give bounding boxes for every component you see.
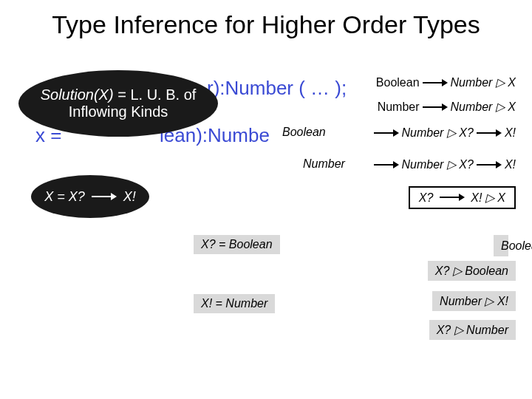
flow-5-left: X? <box>419 191 434 204</box>
flow-line-2: Number Number ▷ X <box>378 100 516 114</box>
flow-4-mid: Number <box>303 157 345 171</box>
bg-code-frag-1: r):Number ( … ); <box>207 77 347 100</box>
flow-1-src: Boolean <box>376 76 420 89</box>
box-row-1: X? = Boolean Boolean ▷ X? <box>0 235 280 254</box>
rule-framed: X? X! ▷ X <box>409 186 516 209</box>
box-3-label-text: X! = Number <box>201 297 267 310</box>
callout-xeq-content: X = X? X! <box>44 189 136 205</box>
svg-marker-3 <box>442 79 448 86</box>
box-1-rule: Boolean ▷ X? <box>494 235 508 256</box>
box-row-4: X? ▷ Number <box>429 323 516 337</box>
flow-line-3: Number ▷ X? X! <box>371 126 516 140</box>
flow-3-mid-text: Boolean <box>282 126 326 139</box>
box-row-3: X! = Number <box>0 294 275 313</box>
flow-2-src: Number <box>378 100 420 114</box>
box-row-3r: Number ▷ X! <box>432 294 516 308</box>
callout-xeq: X = X? X! <box>31 175 149 218</box>
box-2-rule: X? ▷ Boolean <box>428 261 516 281</box>
arrow-icon <box>92 192 117 201</box>
arrow-icon <box>374 160 399 169</box>
flow-3-right: X! <box>505 126 516 140</box>
slide-title: Type Inference for Higher Order Types <box>0 10 532 39</box>
callout-solution-line1: Solution(X) = L. U. B. of <box>41 86 197 103</box>
box-1-label-text: X? = Boolean <box>201 238 273 250</box>
arrow-icon <box>477 160 502 169</box>
svg-marker-13 <box>496 161 502 168</box>
svg-marker-9 <box>496 129 502 137</box>
flow-4-right: X! <box>505 158 516 171</box>
flow-4-mid-text: Number <box>303 157 345 171</box>
flow-line-4: Number ▷ X? X! <box>371 157 516 171</box>
box-4-rule: X? ▷ Number <box>429 320 516 340</box>
svg-marker-5 <box>442 103 448 111</box>
callout-solution: Solution(X) = L. U. B. of Inflowing Kind… <box>18 70 218 137</box>
box-3-label: X! = Number <box>194 294 275 313</box>
box-3-rule: Number ▷ X! <box>432 291 516 311</box>
flow-3-left: Number ▷ X? <box>402 126 474 140</box>
svg-marker-1 <box>111 193 117 200</box>
arrow-icon <box>423 78 448 87</box>
arrow-icon <box>423 103 448 112</box>
arrow-icon <box>477 129 502 137</box>
svg-marker-11 <box>393 161 399 168</box>
flow-3-mid: Boolean <box>282 126 326 139</box>
flow-line-1: Boolean Number ▷ X <box>376 75 516 89</box>
svg-marker-15 <box>459 194 465 201</box>
callout-xeq-lhs: X = X? <box>44 189 85 204</box>
arrow-icon <box>440 193 465 202</box>
flow-2-dst: Number ▷ X <box>451 100 516 114</box>
callout-xeq-rhs: X! <box>123 189 136 204</box>
callout-solution-rhs: = L. U. B. of <box>114 86 197 103</box>
box-1-label: X? = Boolean <box>194 235 280 254</box>
flow-line-5: X? X! ▷ X <box>409 186 516 209</box>
arrow-icon <box>374 129 399 137</box>
svg-marker-7 <box>393 129 399 137</box>
flow-1-dst: Number ▷ X <box>451 75 516 89</box>
flow-4-left: Number ▷ X? <box>402 157 474 171</box>
slide: Type Inference for Higher Order Types r)… <box>0 0 532 399</box>
box-row-2: X? ▷ Boolean <box>428 264 516 278</box>
flow-5-right: X! ▷ X <box>471 191 505 204</box>
callout-solution-line2: Inflowing Kinds <box>69 103 168 120</box>
callout-solution-lhs: Solution(X) <box>41 86 114 103</box>
